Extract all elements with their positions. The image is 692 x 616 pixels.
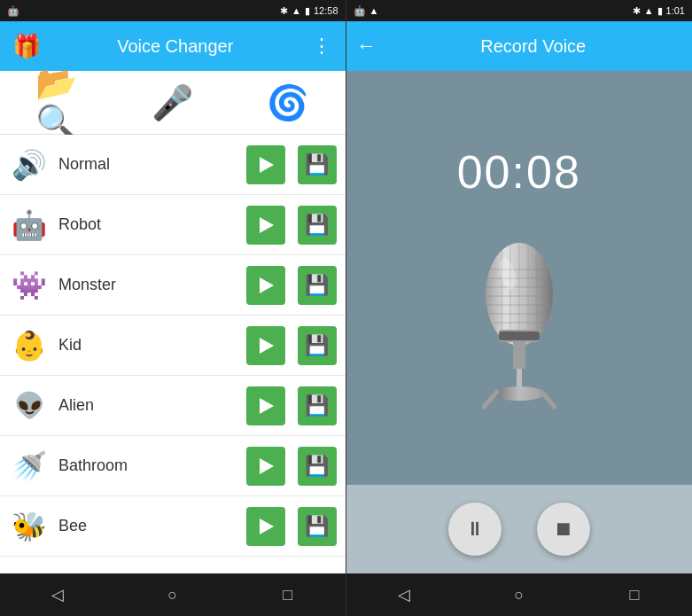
open-files-button[interactable]: 📂🔍 — [35, 81, 80, 125]
svg-point-17 — [494, 386, 544, 401]
voice-list: 🔊 Normal 💾 🤖 Robot 💾 👾 Monster 💾 👶 — [0, 135, 346, 573]
left-time: 12:58 — [314, 5, 338, 16]
stop-button[interactable]: ⏹ — [537, 503, 590, 556]
alien-icon: 👽 — [9, 386, 50, 426]
svg-rect-14 — [499, 331, 540, 340]
microphone-icon: 🎤 — [151, 81, 195, 125]
kid-save-button[interactable]: 💾 — [298, 326, 337, 365]
back-button[interactable]: ← — [357, 35, 377, 58]
status-right-icons: ✱ ▲ ▮ 12:58 — [280, 5, 338, 17]
bathroom-label: Bathroom — [58, 456, 237, 475]
robot-play-button[interactable] — [246, 206, 285, 245]
android-icon: 🤖 — [7, 5, 19, 17]
robot-label: Robot — [58, 215, 237, 234]
voice-item-normal: 🔊 Normal 💾 — [0, 135, 346, 195]
bee-save-button[interactable]: 💾 — [298, 507, 337, 546]
effects-button[interactable]: 🌀 — [266, 81, 310, 125]
voice-item-alien: 👽 Alien 💾 — [0, 376, 346, 436]
bee-save-icon: 💾 — [305, 515, 329, 538]
wifi-icon: ▲ — [292, 5, 301, 16]
monster-save-button[interactable]: 💾 — [298, 266, 337, 305]
right-home-nav[interactable]: ○ — [502, 577, 537, 612]
effects-icon: 🌀 — [266, 81, 310, 125]
open-folder-icon: 📂🔍 — [35, 81, 80, 125]
gift-icon: 🎁 — [11, 30, 43, 62]
alien-save-button[interactable]: 💾 — [298, 386, 337, 425]
bee-label: Bee — [58, 517, 237, 535]
bathroom-save-icon: 💾 — [305, 455, 329, 478]
left-recent-nav[interactable]: □ — [270, 577, 306, 612]
bee-icon: 🐝 — [9, 506, 50, 547]
robot-save-button[interactable]: 💾 — [298, 206, 337, 245]
robot-save-icon: 💾 — [305, 214, 329, 237]
monster-save-icon: 💾 — [305, 274, 329, 297]
right-recent-nav[interactable]: □ — [617, 577, 652, 612]
pause-button[interactable]: ⏸ — [448, 503, 502, 556]
monster-label: Monster — [58, 276, 237, 294]
record-main-area: 00:08 — [346, 71, 693, 485]
svg-rect-15 — [513, 342, 525, 369]
right-time: 1:01 — [666, 5, 685, 16]
right-back-nav[interactable]: ◁ — [386, 577, 422, 612]
record-controls: ⏸ ⏹ — [346, 485, 693, 573]
app-title: Voice Changer — [51, 36, 299, 57]
right-wifi2-icon: ▲ — [644, 5, 654, 16]
right-status-right: ✱ ▲ ▮ 1:01 — [633, 5, 685, 17]
bathroom-save-button[interactable]: 💾 — [298, 447, 337, 486]
alien-save-icon: 💾 — [305, 394, 329, 417]
voice-item-kid: 👶 Kid 💾 — [0, 316, 346, 376]
alien-label: Alien — [58, 396, 237, 415]
status-left-icons: 🤖 — [7, 5, 19, 17]
bee-play-button[interactable] — [246, 507, 285, 546]
pause-icon: ⏸ — [465, 518, 485, 541]
right-bluetooth-icon: ✱ — [633, 5, 641, 17]
stop-icon: ⏹ — [554, 518, 573, 541]
voice-item-monster: 👾 Monster 💾 — [0, 255, 346, 316]
normal-icon: 🔊 — [9, 144, 50, 185]
record-button[interactable]: 🎤 — [151, 81, 195, 125]
normal-save-button[interactable]: 💾 — [298, 145, 337, 184]
right-wifi-icon: ▲ — [369, 5, 379, 16]
kid-label: Kid — [58, 336, 237, 355]
mic-svg — [462, 234, 577, 411]
monster-play-button[interactable] — [246, 266, 285, 305]
alien-play-button[interactable] — [246, 386, 285, 425]
normal-play-button[interactable] — [246, 145, 285, 184]
left-home-nav[interactable]: ○ — [155, 577, 190, 612]
left-panel: 🤖 ✱ ▲ ▮ 12:58 🎁 Voice Changer ⋮ 📂🔍 🎤 🌀 🔊 — [0, 0, 346, 616]
normal-label: Normal — [58, 155, 237, 174]
right-android-icon: 🤖 — [354, 5, 366, 17]
toolbar: 📂🔍 🎤 🌀 — [0, 71, 346, 135]
kid-save-icon: 💾 — [305, 334, 329, 357]
bathroom-play-button[interactable] — [246, 447, 285, 486]
monster-icon: 👾 — [9, 265, 50, 306]
voice-item-robot: 🤖 Robot 💾 — [0, 195, 346, 255]
bathroom-icon: 🚿 — [9, 446, 50, 487]
left-back-nav[interactable]: ◁ — [40, 577, 75, 612]
robot-icon: 🤖 — [9, 205, 50, 246]
left-bottom-nav: ◁ ○ □ — [0, 573, 346, 616]
battery-icon: ▮ — [305, 5, 310, 17]
bluetooth-icon: ✱ — [280, 5, 288, 17]
more-menu-button[interactable]: ⋮ — [308, 31, 335, 61]
voice-item-bathroom: 🚿 Bathroom 💾 — [0, 436, 346, 496]
kid-play-button[interactable] — [246, 326, 285, 365]
timer-display: 00:08 — [457, 145, 581, 199]
svg-line-18 — [484, 392, 497, 407]
left-status-bar: 🤖 ✱ ▲ ▮ 12:58 — [0, 0, 346, 21]
microphone-graphic — [462, 234, 577, 411]
right-panel: 🤖 ▲ ✱ ▲ ▮ 1:01 ← Record Voice 00:08 — [346, 0, 693, 616]
kid-icon: 👶 — [9, 325, 50, 366]
right-status-bar: 🤖 ▲ ✱ ▲ ▮ 1:01 — [346, 0, 693, 21]
right-app-header: ← Record Voice — [346, 21, 693, 71]
svg-line-19 — [541, 392, 555, 407]
voice-item-bee: 🐝 Bee 💾 — [0, 496, 346, 557]
right-status-left: 🤖 ▲ — [354, 5, 379, 17]
right-battery-icon: ▮ — [657, 5, 663, 17]
normal-save-icon: 💾 — [305, 153, 329, 176]
right-bottom-nav: ◁ ○ □ — [346, 573, 693, 616]
record-title: Record Voice — [385, 36, 682, 57]
